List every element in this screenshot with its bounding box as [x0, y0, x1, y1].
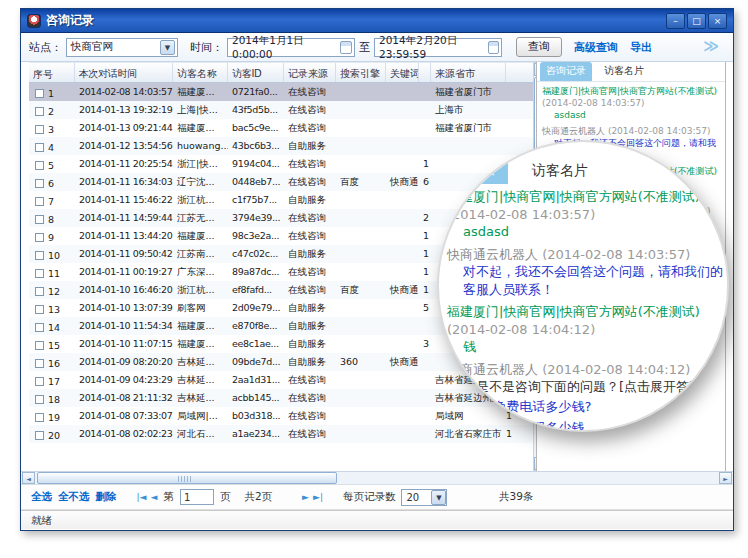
delete-link[interactable]: 删除: [96, 490, 117, 504]
row-checkbox[interactable]: [35, 107, 44, 116]
page-prefix-label: 第: [163, 490, 174, 504]
row-checkbox[interactable]: [35, 251, 44, 260]
row-checkbox[interactable]: [35, 341, 44, 350]
table-row[interactable]: 202014-01-08 02:02:23河北石...a1ae234...在线咨…: [29, 425, 533, 443]
horizontal-scroll-thumb[interactable]: [37, 472, 337, 484]
row-checkbox[interactable]: [35, 125, 44, 134]
cell-source: 自助服务: [284, 191, 336, 209]
maximize-button[interactable]: □: [687, 13, 706, 29]
site-select[interactable]: 快商官网 ▼: [66, 38, 178, 57]
time-from-input[interactable]: 2014年1月1日 0:00:00: [227, 38, 355, 57]
close-button[interactable]: ×: [708, 13, 727, 29]
per-page-select[interactable]: 20 ▼: [401, 489, 447, 506]
column-header-engine[interactable]: 搜索引擎: [336, 63, 386, 82]
table-row[interactable]: 182014-01-08 21:11:32吉林延...acbb145...在线咨…: [29, 389, 533, 407]
table-row[interactable]: 42014-01-12 13:54:56huowang...43bc6b3...…: [29, 137, 533, 155]
column-header-num[interactable]: 序号: [29, 63, 75, 82]
cell-time: 2014-01-08 07:33:07: [75, 407, 173, 425]
cell-keyword: [386, 389, 419, 407]
column-header-province[interactable]: 来源省市: [431, 63, 506, 82]
column-header-name[interactable]: 访客名称: [173, 63, 228, 82]
cell-name: huowang...: [173, 137, 228, 155]
column-header-extra[interactable]: [506, 63, 518, 82]
cell-province: 河北省石家庄市: [431, 425, 506, 443]
cell-id: 43bc6b3...: [228, 137, 284, 155]
cell-time: 2014-01-09 04:23:29: [75, 371, 173, 389]
column-header-id[interactable]: 访客ID: [228, 63, 284, 82]
cell-extra: [506, 83, 518, 101]
row-checkbox[interactable]: [35, 395, 44, 404]
tab-visitor-card[interactable]: 访客名片: [598, 62, 650, 81]
row-checkbox[interactable]: [35, 89, 44, 98]
row-checkbox[interactable]: [35, 233, 44, 242]
cell-keyword: [386, 263, 419, 281]
cell-engine: [336, 245, 386, 263]
row-checkbox[interactable]: [35, 413, 44, 422]
row-checkbox[interactable]: [35, 179, 44, 188]
scroll-right-icon[interactable]: ►: [719, 472, 732, 484]
column-header-time[interactable]: 本次对话时间: [75, 63, 173, 82]
chevron-down-icon[interactable]: ▼: [160, 40, 175, 55]
cell-count: 3: [419, 335, 431, 353]
per-page-value: 20: [406, 492, 419, 503]
table-row[interactable]: 12014-02-08 14:03:57福建厦...0721fa0...在线咨询…: [29, 83, 533, 101]
calendar-icon[interactable]: [340, 41, 352, 54]
table-row[interactable]: 62014-01-11 16:34:03辽宁沈...0448eb7...在线咨询…: [29, 173, 533, 191]
scroll-left-icon[interactable]: ◄: [22, 472, 35, 484]
horizontal-scrollbar[interactable]: ◄ ►: [21, 471, 733, 485]
cell-name: 福建厦...: [173, 227, 228, 245]
last-page-icon[interactable]: ►|: [313, 492, 323, 502]
prev-page-icon[interactable]: ◄: [150, 492, 157, 502]
per-page-label: 每页记录数: [343, 490, 396, 504]
table-row[interactable]: 52014-01-11 20:25:54浙江|快...9194c04...在线咨…: [29, 155, 533, 173]
row-checkbox[interactable]: [35, 359, 44, 368]
column-header-count[interactable]: [419, 63, 431, 82]
cell-engine: [336, 263, 386, 281]
chevron-down-icon[interactable]: ▼: [431, 490, 446, 505]
row-checkbox[interactable]: [35, 287, 44, 296]
cell-keyword: [386, 209, 419, 227]
row-checkbox[interactable]: [35, 269, 44, 278]
row-checkbox[interactable]: [35, 323, 44, 332]
row-checkbox[interactable]: [35, 143, 44, 152]
cell-name: 吉林延...: [173, 371, 228, 389]
tab-visitor-card[interactable]: 访客名片: [520, 159, 600, 184]
row-checkbox[interactable]: [35, 377, 44, 386]
cell-time: 2014-01-10 11:07:15: [75, 335, 173, 353]
export-link[interactable]: 导出: [630, 40, 652, 55]
minimize-button[interactable]: –: [666, 13, 685, 29]
cell-keyword: [386, 335, 419, 353]
title-bar: 咨询记录 – □ ×: [21, 9, 733, 33]
table-row[interactable]: 32014-01-13 09:21:44福建厦...bac5c9e...在线咨询…: [29, 119, 533, 137]
page-number-input[interactable]: 1: [180, 489, 214, 505]
table-row[interactable]: 192014-01-08 07:33:07局域网|...b03d318...在线…: [29, 407, 533, 425]
row-checkbox[interactable]: [35, 161, 44, 170]
collapse-panel-icon[interactable]: ≫: [703, 37, 719, 55]
table-row[interactable]: 72014-01-11 15:46:22浙江杭...c1f75b7...自助服务: [29, 191, 533, 209]
chat-timestamp: (2014-02-08 14:03:57): [608, 126, 711, 136]
row-checkbox[interactable]: [35, 305, 44, 314]
select-none-link[interactable]: 全不选: [58, 490, 90, 504]
first-page-icon[interactable]: |◄: [137, 492, 147, 502]
row-number: 10: [48, 250, 60, 261]
row-checkbox[interactable]: [35, 215, 44, 224]
time-to-input[interactable]: 2014年2月20日 23:59:59: [374, 38, 502, 57]
cell-name: 刷客网: [173, 299, 228, 317]
advanced-query-link[interactable]: 高级查询: [574, 40, 618, 55]
next-page-icon[interactable]: ►: [302, 492, 309, 502]
cell-time: 2014-01-11 00:19:27: [75, 263, 173, 281]
cell-id: 43f5d5b...: [228, 101, 284, 119]
cell-time: 2014-01-13 09:21:44: [75, 119, 173, 137]
column-header-source[interactable]: 记录来源: [284, 63, 336, 82]
column-header-keyword[interactable]: 关键词: [386, 63, 419, 82]
row-checkbox[interactable]: [35, 197, 44, 206]
select-all-link[interactable]: 全选: [31, 490, 52, 504]
query-button[interactable]: 查询: [516, 37, 562, 57]
cell-name: 吉林延...: [173, 353, 228, 371]
cell-source: 在线咨询: [284, 227, 336, 245]
tab-consult-records[interactable]: 咨询记录: [540, 62, 592, 81]
table-row[interactable]: 22014-01-13 19:32:19上海|快...43f5d5b...在线咨…: [29, 101, 533, 119]
table-row[interactable]: 172014-01-09 04:23:29吉林延...2aa1d31...在线咨…: [29, 371, 533, 389]
calendar-icon[interactable]: [488, 41, 499, 54]
row-checkbox[interactable]: [35, 431, 44, 440]
